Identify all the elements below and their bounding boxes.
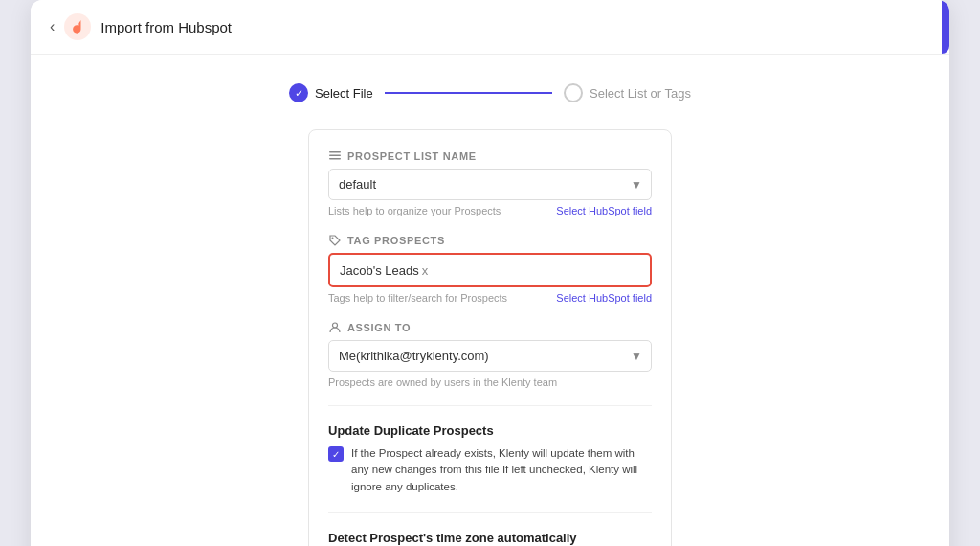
update-duplicate-section: Update Duplicate Prospects If the Prospe… <box>328 423 652 495</box>
section-divider-1 <box>328 405 652 406</box>
prospect-list-hubspot-link[interactable]: Select HubSpot field <box>556 205 652 216</box>
prospect-list-label: PROSPECT LIST NAME <box>328 149 652 163</box>
header-accent-bar <box>942 0 949 54</box>
tag-input[interactable]: Jacob's Leads x <box>328 253 652 287</box>
update-duplicate-description: If the Prospect already exists, Klenty w… <box>351 445 652 495</box>
step-line <box>385 92 552 94</box>
assign-to-select-wrapper: Me(krithika@tryklenty.com) ▼ <box>328 340 652 372</box>
detect-timezone-title: Detect Prospect's time zone automaticall… <box>328 531 652 545</box>
stepper: ✓ Select File Select List or Tags <box>289 83 691 102</box>
hubspot-logo <box>64 13 91 40</box>
svg-point-6 <box>332 238 334 239</box>
step-2: Select List or Tags <box>564 83 691 102</box>
back-button[interactable]: ‹ <box>50 18 55 35</box>
svg-rect-5 <box>329 158 341 160</box>
prospect-list-section: PROSPECT LIST NAME default ▼ Lists help … <box>328 149 652 216</box>
assign-to-select[interactable]: Me(krithika@tryklenty.com) <box>328 340 652 372</box>
tag-remove-button[interactable]: x <box>422 264 429 277</box>
section-divider-2 <box>328 512 652 513</box>
step-2-circle <box>564 83 583 102</box>
update-duplicate-checkbox[interactable] <box>328 446 344 462</box>
main-content: ✓ Select File Select List or Tags PR <box>31 55 949 546</box>
assign-to-section: ASSIGN TO Me(krithika@tryklenty.com) ▼ P… <box>328 321 652 388</box>
step-2-label: Select List or Tags <box>590 86 691 101</box>
tag-hubspot-link[interactable]: Select HubSpot field <box>556 292 652 304</box>
step-1-circle: ✓ <box>289 83 308 102</box>
assign-helper-row: Prospects are owned by users in the Klen… <box>328 376 652 388</box>
assign-to-label: ASSIGN TO <box>328 321 652 334</box>
step-1-label: Select File <box>315 86 373 101</box>
prospect-list-helper-row: Lists help to organize your Prospects Se… <box>328 205 652 216</box>
svg-rect-3 <box>329 151 341 153</box>
list-icon <box>328 149 342 163</box>
prospect-list-select[interactable]: default <box>328 169 652 200</box>
tag-helper-row: Tags help to filter/search for Prospects… <box>328 292 652 304</box>
step-1: ✓ Select File <box>289 83 373 102</box>
header: ‹ Import from Hubspot <box>31 0 949 55</box>
prospect-list-select-wrapper: default ▼ <box>328 169 652 200</box>
svg-rect-4 <box>329 155 341 157</box>
update-duplicate-title: Update Duplicate Prospects <box>328 423 652 438</box>
main-window: ‹ Import from Hubspot ✓ Select File Sele… <box>31 0 949 546</box>
tag-helper-text: Tags help to filter/search for Prospects <box>328 292 507 304</box>
svg-point-2 <box>77 28 78 30</box>
tag-chip: Jacob's Leads x <box>340 263 428 278</box>
tag-prospects-section: TAG PROSPECTS Jacob's Leads x Tags help … <box>328 234 652 304</box>
person-icon <box>328 321 342 334</box>
tag-chip-label: Jacob's Leads <box>340 263 419 278</box>
detect-timezone-section: Detect Prospect's time zone automaticall… <box>328 531 652 546</box>
form-card: PROSPECT LIST NAME default ▼ Lists help … <box>308 129 672 546</box>
assign-helper-text: Prospects are owned by users in the Klen… <box>328 376 557 388</box>
header-title: Import from Hubspot <box>100 19 232 35</box>
update-duplicate-checkbox-row: If the Prospect already exists, Klenty w… <box>328 445 652 495</box>
tag-icon <box>328 234 342 247</box>
prospect-list-helper-text: Lists help to organize your Prospects <box>328 205 501 216</box>
svg-point-7 <box>333 323 338 328</box>
tag-prospects-label: TAG PROSPECTS <box>328 234 652 247</box>
